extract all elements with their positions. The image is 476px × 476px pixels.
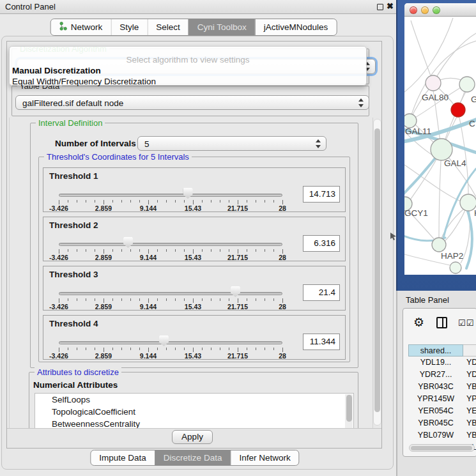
list-item-betweennesscentrality[interactable]: BetweennessCentrality	[35, 418, 353, 428]
mouse-cursor-icon	[390, 233, 397, 241]
threshold-panel-1: Threshold 1-3.4262.8599.14415.4321.71528…	[43, 167, 346, 212]
threshold-slider[interactable]: -3.4262.8599.14415.4321.71528	[59, 168, 282, 213]
node-label: GAL80	[422, 93, 449, 102]
tab-jactivemnodules[interactable]: jActiveMNodules	[255, 19, 337, 35]
tab-select[interactable]: Select	[147, 19, 188, 35]
table-cell[interactable]: YPR1	[463, 393, 476, 405]
tab-label: Discretize Data	[164, 453, 222, 463]
attributes-group-title: Attributes to discretize	[35, 367, 121, 377]
tab-style[interactable]: Style	[111, 19, 147, 35]
tab-label: jActiveMNodules	[264, 22, 328, 32]
traffic-light-minimize-icon[interactable]	[421, 6, 429, 14]
table-row[interactable]: YBR043CYBR0	[408, 381, 476, 393]
tab-discretize-data[interactable]: Discretize Data	[155, 450, 231, 465]
tab-infer-network[interactable]: Infer Network	[230, 450, 298, 465]
network-node[interactable]	[404, 114, 417, 128]
close-icon[interactable]: ✖	[387, 1, 394, 11]
algorithm-option-manual-discretization[interactable]: Manual Discretization	[12, 66, 101, 75]
table-cell[interactable]: YDR2	[463, 369, 476, 381]
slider-thumb[interactable]	[231, 286, 240, 297]
table-row[interactable]: YER054CYER0	[408, 405, 476, 417]
table-cell[interactable]: YBR043C	[408, 381, 463, 393]
algorithm-option-equal-width-frequency-discretization[interactable]: Equal Width/Frequency Discretization	[12, 77, 156, 86]
node-label: C	[469, 119, 475, 128]
list-item-selfloops[interactable]: SelfLoops	[35, 394, 353, 406]
list-scrollbar[interactable]	[345, 394, 353, 428]
threshold-slider[interactable]: -3.4262.8599.14415.4321.71528	[59, 316, 282, 360]
table-row[interactable]: YBR045CYBR0	[408, 417, 476, 429]
table-cell[interactable]: YDR27...	[408, 369, 463, 381]
table-cell[interactable]: YBL0	[463, 429, 476, 441]
table-row[interactable]: YDR27...YDR2	[408, 369, 476, 381]
network-node[interactable]	[426, 75, 441, 91]
threshold-slider[interactable]: -3.4262.8599.14415.4321.71528	[59, 266, 282, 311]
table-row[interactable]: YDL19...YDL1	[408, 357, 476, 369]
table-cell[interactable]: YBL079W	[408, 429, 463, 441]
columns-icon[interactable]	[436, 317, 447, 328]
tab-network[interactable]: Network	[51, 19, 111, 35]
table-panel-title: Table Panel	[406, 295, 449, 305]
network-node[interactable]	[450, 262, 461, 273]
thresholds-group-title: Threshold's Coordinates for 5 Intervals	[44, 152, 192, 162]
float-window-icon[interactable]	[377, 4, 383, 10]
table-row[interactable]: YBL079WYBL0	[408, 429, 476, 441]
table-cell[interactable]: YBR0	[463, 381, 476, 393]
network-node[interactable]	[431, 139, 452, 160]
scrollbar-thumb[interactable]	[374, 128, 380, 412]
slider-thumb[interactable]	[159, 335, 169, 346]
table-row[interactable]: YIL052CYIL0	[408, 454, 476, 457]
node-label: GAL11	[405, 127, 431, 136]
traffic-light-zoom-icon[interactable]	[433, 6, 440, 14]
threshold-panel-2: Threshold 2-3.4262.8599.14415.4321.71528…	[43, 217, 346, 261]
vertical-scrollbar[interactable]	[373, 119, 381, 426]
table-cell[interactable]: YIL052C	[408, 454, 463, 457]
slider-track[interactable]	[59, 292, 282, 295]
slider-thumb[interactable]	[123, 237, 133, 248]
table-cell[interactable]: YIL0	[463, 454, 476, 457]
table-cell[interactable]: YBR0	[463, 417, 476, 429]
network-window[interactable]: GAL80GACGAL11GAL4GCY1HHAP2	[404, 3, 476, 275]
threshold-value-field[interactable]: 6.316	[303, 235, 340, 252]
table-cell[interactable]: YDL1	[463, 357, 476, 369]
table-data-value: galFiltered.sif default node	[22, 98, 123, 107]
tab-impute-data[interactable]: Impute Data	[91, 450, 155, 465]
threshold-value-field[interactable]: 11.344	[303, 334, 340, 350]
slider-track[interactable]	[59, 341, 282, 344]
spinner-arrows-icon[interactable]	[358, 98, 364, 107]
network-canvas[interactable]: GAL80GACGAL11GAL4GCY1HHAP2	[404, 17, 476, 275]
list-item-topologicalcoefficient[interactable]: TopologicalCoefficient	[35, 406, 353, 418]
checkbox-icons[interactable]: ☑☑	[458, 318, 474, 328]
node-table-box: ⚙ ☑☑ shared...nYDL19...YDL1YDR27...YDR2Y…	[403, 308, 476, 457]
table-header-cell[interactable]: shared...	[408, 344, 463, 357]
scrollbar-thumb[interactable]	[411, 446, 472, 450]
threshold-slider[interactable]: -3.4262.8599.14415.4321.71528	[59, 217, 282, 262]
tab-label: Infer Network	[239, 453, 290, 463]
slider-track[interactable]	[59, 243, 282, 246]
threshold-value-field[interactable]: 14.713	[303, 186, 340, 203]
horizontal-scrollbar[interactable]	[409, 444, 475, 452]
network-window-titlebar[interactable]	[404, 3, 476, 17]
numerical-attributes-list[interactable]: SelfLoopsTopologicalCoefficientBetweenne…	[35, 393, 354, 428]
spinner-arrows-icon[interactable]	[316, 139, 321, 148]
table-header-cell[interactable]: n	[463, 344, 476, 357]
tab-cyni-toolbox[interactable]: Cyni Toolbox	[188, 19, 255, 35]
table-cell[interactable]: YBR045C	[408, 417, 463, 429]
table-cell[interactable]: YER054C	[408, 405, 463, 417]
network-node[interactable]	[451, 103, 465, 117]
threshold-value-field[interactable]: 21.4	[303, 284, 340, 301]
slider-thumb[interactable]	[183, 188, 193, 199]
network-node[interactable]	[459, 77, 475, 92]
table-cell[interactable]: YER0	[463, 405, 476, 417]
table-cell[interactable]: YDL19...	[408, 357, 463, 369]
network-node[interactable]	[432, 238, 446, 252]
number-of-intervals-spinner[interactable]: 5	[137, 136, 326, 151]
table-cell[interactable]: YPR145W	[408, 393, 463, 405]
apply-button[interactable]: Apply	[172, 430, 213, 444]
slider-track[interactable]	[59, 194, 282, 197]
interval-definition-title: Interval Definition	[36, 118, 105, 128]
traffic-light-close-icon[interactable]	[410, 6, 417, 14]
threshold-panel-4: Threshold 4-3.4262.8599.14415.4321.71528…	[43, 315, 346, 360]
table-row[interactable]: YPR145WYPR1	[408, 393, 476, 405]
gear-icon[interactable]: ⚙	[413, 315, 424, 330]
table-data-combo[interactable]: galFiltered.sif default node	[15, 95, 369, 110]
